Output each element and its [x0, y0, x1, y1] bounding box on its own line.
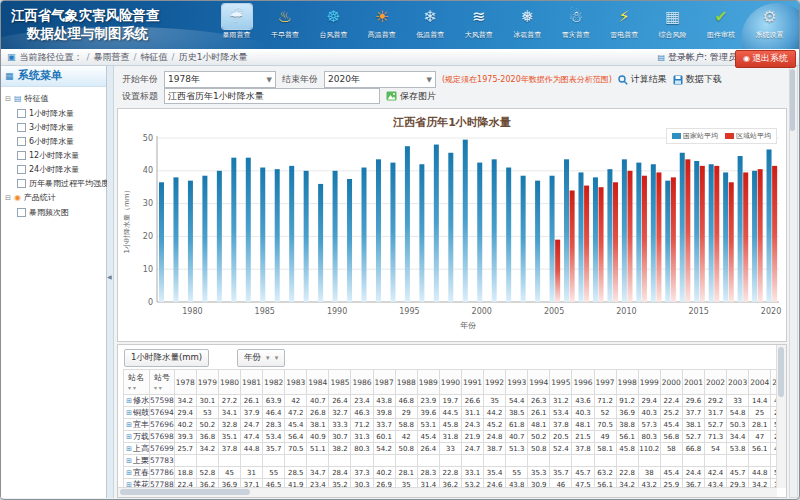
year-column-header[interactable]: 1984 — [307, 370, 329, 395]
sidebar-item[interactable]: 24小时降水量 — [2, 162, 105, 176]
expand-icon[interactable]: ⊞ — [126, 409, 132, 417]
sidebar-group-1[interactable]: ⊟◉产品统计 — [2, 190, 105, 205]
table-row[interactable]: ⊞铜鼓5769429.45334.137.946.447.226.832.746… — [124, 407, 782, 419]
year-column-header[interactable]: 1994 — [528, 370, 550, 395]
breadcrumb-item[interactable]: 特征值 — [141, 52, 168, 62]
expand-icon[interactable]: ⊞ — [126, 469, 132, 477]
station-name-cell[interactable]: ⊞万载 — [124, 431, 150, 443]
sidebar-item[interactable]: 3小时降水量 — [2, 120, 105, 134]
sidebar-item[interactable]: 暴雨频次图 — [2, 205, 105, 219]
sidebar-item[interactable]: 6小时降水量 — [2, 134, 105, 148]
download-button[interactable]: 数据下载 — [673, 73, 722, 86]
station-name-cell[interactable]: ⊞宜丰 — [124, 419, 150, 431]
nav-item-comprehensive-risk[interactable]: ▦综合风险 — [649, 4, 696, 48]
table-row[interactable]: ⊞宜春5778618.852.845315528.534.728.437.340… — [124, 467, 782, 479]
year-column-header[interactable]: 1983 — [285, 370, 307, 395]
year-column-header[interactable]: 1985 — [329, 370, 351, 395]
sidebar-item[interactable]: 历年暴雨过程平均强度 — [2, 176, 105, 190]
year-column-header[interactable]: 1998 — [616, 370, 638, 395]
nav-item-drought[interactable]: ♨干旱普查 — [261, 4, 308, 48]
year-column-header[interactable]: 1995 — [550, 370, 572, 395]
nav-item-low-temp[interactable]: ❄低温普查 — [407, 4, 454, 48]
scroll-thumb[interactable] — [790, 69, 795, 131]
year-column-header[interactable]: 2000 — [660, 370, 682, 395]
nav-item-rainstorm[interactable]: ☔暴雨普查 — [213, 4, 260, 48]
year-column-header[interactable]: 1979 — [196, 370, 218, 395]
nav-item-system-settings[interactable]: ⚙系统设置 — [746, 4, 793, 48]
expand-icon[interactable]: ⊞ — [126, 421, 132, 429]
year-column-header[interactable]: 1999 — [638, 370, 660, 395]
station-name-cell[interactable]: ⊞上高 — [124, 443, 150, 455]
station-name-cell[interactable]: ⊞宜春 — [124, 467, 150, 479]
scroll-thumb[interactable] — [120, 489, 250, 495]
expand-icon[interactable]: ⊞ — [126, 457, 132, 465]
calculate-button[interactable]: 计算结果 — [618, 73, 667, 86]
year-column-header[interactable]: 2004 — [749, 370, 771, 395]
nav-item-high-temp[interactable]: ☀高温普查 — [358, 4, 405, 48]
nav-item-lightning[interactable]: ⚡雷电普查 — [601, 4, 648, 48]
nav-item-hail[interactable]: ❅冰雹普查 — [504, 4, 551, 48]
checkbox[interactable] — [17, 165, 26, 174]
expander-icon[interactable]: ⊟ — [5, 95, 11, 103]
sidebar-splitter[interactable]: ◀ — [107, 66, 114, 498]
legend-item[interactable]: 国家站平均 — [672, 131, 718, 141]
nav-item-typhoon[interactable]: ☸台风普查 — [310, 4, 357, 48]
year-column-header[interactable]: 2001 — [682, 370, 704, 395]
expand-icon[interactable]: ⊞ — [126, 397, 132, 405]
year-column-header[interactable]: 1987 — [373, 370, 395, 395]
table-row[interactable]: ⊞修水5759834.230.127.226.163.94240.726.423… — [124, 395, 782, 407]
year-column-header[interactable]: 2003 — [727, 370, 749, 395]
checkbox[interactable] — [17, 179, 26, 188]
table-horizontal-scrollbar[interactable] — [118, 487, 777, 497]
sidebar-group-0[interactable]: ⊟▤特征值 — [2, 91, 105, 106]
year-column-header[interactable]: 1997 — [594, 370, 616, 395]
year-column-header[interactable]: 2002 — [704, 370, 726, 395]
table-vertical-scrollbar[interactable] — [776, 345, 786, 488]
start-year-select[interactable]: 1978年▼ — [164, 71, 276, 88]
checkbox[interactable] — [17, 137, 26, 146]
station-name-cell[interactable]: ⊞铜鼓 — [124, 407, 150, 419]
column-header[interactable]: 站号 ▾ ▾ — [149, 370, 174, 395]
table-row[interactable]: ⊞宜丰5769640.250.232.824.728.345.438.133.3… — [124, 419, 782, 431]
nav-item-gale[interactable]: ≋大风普查 — [455, 4, 502, 48]
column-header[interactable]: 站名 ▾ ▾ — [124, 370, 150, 395]
sidebar-item[interactable]: 1小时降水量 — [2, 106, 105, 120]
year-column-header[interactable]: 1978 — [174, 370, 196, 395]
sidebar-item[interactable]: 12小时降水量 — [2, 148, 105, 162]
chart-title-input[interactable]: 江西省历年1小时降水量 — [164, 88, 380, 104]
expander-icon[interactable]: ⊟ — [5, 194, 11, 202]
measure-field[interactable]: 1小时降水量(mm) — [124, 349, 209, 367]
logout-button[interactable]: ◉退出系统 — [735, 50, 796, 68]
checkbox[interactable] — [17, 109, 26, 118]
main-vertical-scrollbar[interactable] — [789, 66, 798, 498]
station-name-cell[interactable]: ⊞上栗 — [124, 455, 150, 467]
legend-item[interactable]: 区域站平均 — [725, 131, 771, 141]
year-column-header[interactable]: 1991 — [461, 370, 483, 395]
nav-item-map-review[interactable]: ✔图件审核 — [698, 4, 745, 48]
breadcrumb-item[interactable]: 暴雨普查 — [94, 52, 130, 62]
table-row[interactable]: ⊞上高5769925.734.237.844.835.770.551.138.2… — [124, 443, 782, 455]
checkbox[interactable] — [17, 208, 26, 217]
save-image-button[interactable]: 保存图片 — [386, 90, 436, 103]
year-column-header[interactable]: 1990 — [439, 370, 461, 395]
year-column-header[interactable]: 1996 — [572, 370, 594, 395]
year-column-header[interactable]: 1992 — [484, 370, 506, 395]
column-field[interactable]: 年份 ▾ ▾ — [237, 349, 285, 367]
breadcrumb-item[interactable]: 历史1小时降水量 — [179, 52, 248, 62]
year-column-header[interactable]: 1993 — [506, 370, 528, 395]
end-year-select[interactable]: 2020年▼ — [324, 71, 436, 88]
year-column-header[interactable]: 1981 — [241, 370, 263, 395]
checkbox[interactable] — [17, 151, 26, 160]
checkbox[interactable] — [17, 123, 26, 132]
collapse-sidebar-icon[interactable]: ◀ — [107, 273, 112, 280]
expand-icon[interactable]: ⊞ — [126, 445, 132, 453]
year-column-header[interactable]: 1986 — [351, 370, 373, 395]
station-name-cell[interactable]: ⊞修水 — [124, 395, 150, 407]
nav-item-snow[interactable]: ☃雪灾普查 — [552, 4, 599, 48]
year-column-header[interactable]: 1988 — [395, 370, 417, 395]
expand-icon[interactable]: ⊞ — [126, 433, 132, 441]
year-column-header[interactable]: 1980 — [218, 370, 240, 395]
table-row[interactable]: ⊞万载5769839.336.835.147.453.456.440.930.7… — [124, 431, 782, 443]
year-column-header[interactable]: 1989 — [417, 370, 439, 395]
year-column-header[interactable]: 1982 — [263, 370, 285, 395]
